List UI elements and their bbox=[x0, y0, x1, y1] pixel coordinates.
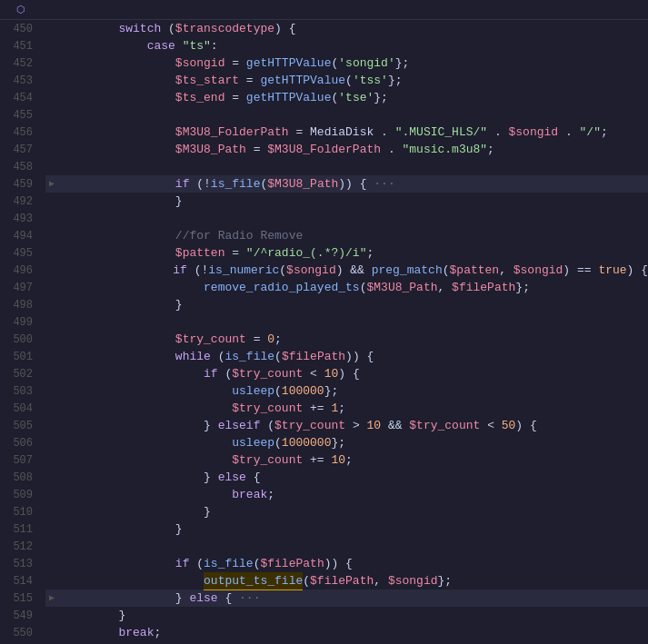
code-line: if (is_file($filePath)) { bbox=[45, 555, 648, 572]
token-str: 'tse' bbox=[338, 89, 374, 106]
token-op: } bbox=[204, 503, 211, 520]
token-num: 100000 bbox=[282, 382, 324, 400]
token-op: ; bbox=[345, 451, 353, 469]
code-line: } elseif ($try_count > 10 && $try_count … bbox=[45, 417, 648, 434]
token-op: } bbox=[175, 193, 183, 210]
line-number: 515 bbox=[0, 590, 33, 607]
token-op: ; bbox=[267, 486, 274, 503]
fold-spacer bbox=[49, 503, 62, 520]
token-op: ; bbox=[366, 244, 374, 262]
token-op: = bbox=[224, 244, 245, 262]
token-op: ; bbox=[338, 400, 345, 417]
line-number: 457 bbox=[0, 141, 33, 158]
code-line: $ts_end = getHTTPValue('tse'}; bbox=[45, 89, 648, 106]
token-op: < bbox=[480, 417, 501, 434]
token-kw: if bbox=[175, 175, 190, 193]
token-op: }; bbox=[388, 72, 403, 89]
indent bbox=[62, 469, 204, 486]
line-number: 511 bbox=[0, 520, 33, 538]
fold-spacer bbox=[49, 54, 62, 72]
line-number: 499 bbox=[0, 313, 33, 331]
code-line: usleep(100000}; bbox=[45, 382, 648, 400]
token-num: 1 bbox=[331, 400, 338, 417]
token-var2: MediaDisk bbox=[310, 124, 374, 141]
token-var: $M3U8_Path bbox=[175, 141, 246, 158]
line-number: 507 bbox=[0, 451, 33, 469]
token-op: }; bbox=[331, 434, 345, 451]
token-kw: while bbox=[175, 348, 211, 365]
code-line: $try_count = 0; bbox=[45, 331, 648, 348]
token-op: ) { bbox=[627, 262, 648, 279]
token-fn-call: preg_match bbox=[372, 262, 443, 279]
fold-spacer bbox=[49, 382, 62, 400]
fold-spacer bbox=[49, 451, 62, 469]
fold-spacer bbox=[49, 106, 62, 124]
indent bbox=[62, 227, 175, 244]
token-var: $try_count bbox=[409, 417, 480, 434]
indent bbox=[62, 89, 175, 106]
indent bbox=[59, 262, 173, 279]
line-number: 513 bbox=[0, 555, 33, 572]
token-op: { bbox=[246, 469, 261, 486]
indent bbox=[62, 555, 175, 572]
fold-arrow[interactable]: ▶ bbox=[49, 590, 62, 607]
token-op: }; bbox=[324, 382, 339, 400]
token-var: $songid bbox=[509, 124, 559, 141]
token-kw: if bbox=[204, 365, 218, 382]
fold-arrow[interactable]: ▶ bbox=[49, 175, 62, 193]
indent bbox=[62, 175, 175, 193]
indent bbox=[62, 382, 232, 400]
fold-spacer bbox=[49, 538, 62, 555]
code-line: } bbox=[45, 503, 648, 520]
code-line: } bbox=[45, 296, 648, 313]
code-line bbox=[45, 158, 648, 175]
token-str: "music.m3u8" bbox=[402, 141, 487, 158]
line-number: 514 bbox=[0, 572, 33, 590]
token-str: ".MUSIC_HLS/" bbox=[395, 124, 487, 141]
token-op: = bbox=[246, 331, 267, 348]
token-op: < bbox=[303, 365, 324, 382]
token-op: . bbox=[381, 141, 402, 158]
indent bbox=[62, 54, 175, 72]
indent bbox=[62, 124, 175, 141]
line-number: 498 bbox=[0, 296, 33, 313]
line-numbers: 4504514524534544554564574584594924934944… bbox=[0, 20, 40, 640]
token-op: ) { bbox=[274, 20, 295, 37]
fold-spacer bbox=[49, 434, 62, 451]
token-var: $songid bbox=[388, 572, 438, 590]
token-op: }; bbox=[374, 89, 388, 106]
token-fn-call: getHTTPValue bbox=[260, 72, 345, 89]
line-number: 501 bbox=[0, 348, 33, 365]
php-icon: ⬡ bbox=[16, 4, 25, 15]
token-op: && bbox=[381, 417, 409, 434]
indent bbox=[62, 331, 175, 348]
indent bbox=[62, 590, 175, 607]
line-number: 497 bbox=[0, 279, 33, 296]
token-op: ( bbox=[443, 262, 450, 279]
code-line: output_ts_file($filePath, $songid}; bbox=[45, 572, 648, 590]
token-var: $filePath bbox=[452, 279, 515, 296]
indent bbox=[62, 434, 232, 451]
breadcrumb-file[interactable]: ⬡ bbox=[16, 4, 29, 15]
code-line: $patten = "/^radio_(.*?)/i"; bbox=[45, 244, 648, 262]
token-op: += bbox=[303, 400, 331, 417]
indent bbox=[62, 572, 204, 590]
token-op: ) && bbox=[336, 262, 372, 279]
line-number: 494 bbox=[0, 227, 33, 244]
token-var: $ts_end bbox=[175, 89, 225, 106]
token-var: $try_count bbox=[232, 400, 303, 417]
fold-spacer bbox=[49, 227, 62, 244]
fold-spacer bbox=[49, 520, 62, 538]
indent bbox=[62, 503, 204, 520]
code-line bbox=[45, 106, 648, 124]
token-op: . bbox=[558, 124, 579, 141]
token-comment: ··· bbox=[232, 590, 260, 607]
fold-spacer bbox=[49, 279, 62, 296]
line-number: 495 bbox=[0, 244, 33, 262]
code-line: usleep(1000000}; bbox=[45, 434, 648, 451]
indent bbox=[62, 193, 175, 210]
token-op: )) { bbox=[324, 555, 353, 572]
line-number: 496 bbox=[0, 262, 33, 279]
token-op: , bbox=[438, 279, 453, 296]
token-op: = bbox=[239, 72, 260, 89]
